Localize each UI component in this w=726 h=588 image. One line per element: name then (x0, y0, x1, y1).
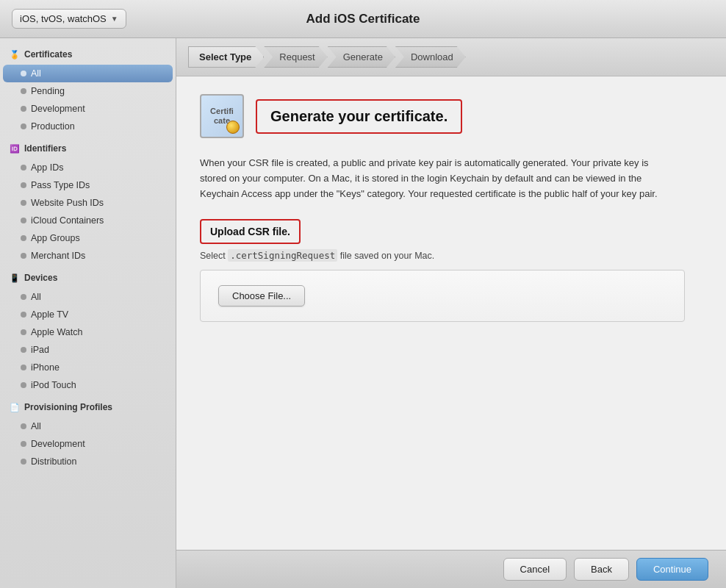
sidebar-item-all-certificates[interactable]: All (3, 65, 173, 82)
sidebar-dot (21, 106, 26, 112)
sidebar-item-production[interactable]: Production (0, 118, 176, 135)
sidebar-dot (21, 165, 26, 171)
sidebar-item-icloud-containers-label: iCloud Containers (31, 215, 104, 226)
sidebar-item-merchant-ids-label: Merchant IDs (31, 251, 85, 261)
main-area: 🏅 Certificates All Pending Development P… (0, 38, 726, 588)
sidebar-section-provisioning: 📄 Provisioning Profiles All Development … (0, 397, 176, 470)
platform-selector[interactable]: iOS, tvOS, watchOS ▼ (12, 9, 126, 29)
sidebar-item-all-devices[interactable]: All (0, 288, 176, 306)
upload-label-box: Upload CSR file. (200, 219, 301, 244)
sidebar-dot (21, 253, 26, 259)
sidebar-item-apple-watch-label: Apple Watch (31, 327, 82, 337)
continue-button[interactable]: Continue (636, 558, 708, 581)
cert-header: Certificate Generate your certificate. (200, 94, 702, 138)
sidebar-section-provisioning-label: Provisioning Profiles (24, 402, 112, 412)
sidebar-item-apple-tv[interactable]: Apple TV (0, 306, 176, 323)
cert-icon: Certificate (200, 94, 244, 138)
step-select-type[interactable]: Select Type (188, 46, 264, 68)
sidebar-dot (21, 365, 26, 370)
sidebar-section-provisioning-header: 📄 Provisioning Profiles (0, 397, 176, 417)
upload-section: Upload CSR file. Select .certSigningRequ… (200, 219, 702, 322)
cert-heading: Generate your certificate. (270, 108, 448, 124)
sidebar-dot (21, 312, 26, 318)
platform-label: iOS, tvOS, watchOS (20, 13, 107, 24)
sidebar-item-app-groups-label: App Groups (31, 233, 80, 243)
upload-subtitle: Select .certSigningRequest file saved on… (200, 250, 702, 261)
sidebar-item-ipad[interactable]: iPad (0, 341, 176, 359)
sidebar-section-certificates-header: 🏅 Certificates (0, 44, 176, 65)
sidebar-item-pass-type-ids[interactable]: Pass Type IDs (0, 176, 176, 194)
sidebar-section-devices-header: 📱 Devices (0, 268, 176, 288)
content-scroll: Certificate Generate your certificate. W… (176, 76, 726, 550)
page-title: Add iOS Certificate (306, 12, 420, 26)
sidebar-item-development[interactable]: Development (0, 100, 176, 118)
sidebar-item-pending-label: Pending (31, 86, 65, 96)
sidebar-item-website-push-ids[interactable]: Website Push IDs (0, 194, 176, 212)
devices-icon: 📱 (9, 272, 21, 284)
sidebar-dot (21, 441, 26, 447)
sidebar-item-all-devices-label: All (31, 292, 41, 302)
cert-medal-icon (226, 121, 240, 134)
sidebar: 🏅 Certificates All Pending Development P… (0, 38, 176, 588)
sidebar-item-dev-profiles-label: Development (31, 439, 85, 449)
sidebar-item-merchant-ids[interactable]: Merchant IDs (0, 247, 176, 265)
step-generate-label: Generate (343, 51, 383, 62)
sidebar-item-ipod-touch-label: iPod Touch (31, 380, 76, 390)
sidebar-item-all-certificates-label: All (31, 68, 41, 79)
sidebar-item-app-ids[interactable]: App IDs (0, 159, 176, 176)
step-request[interactable]: Request (264, 46, 327, 68)
sidebar-section-certificates-label: Certificates (24, 49, 72, 60)
steps-bar: Select Type Request Generate Download (176, 38, 726, 76)
sidebar-item-all-profiles[interactable]: All (0, 417, 176, 435)
sidebar-dot (21, 182, 26, 188)
sidebar-section-devices-label: Devices (24, 273, 57, 283)
sidebar-item-icloud-containers[interactable]: iCloud Containers (0, 212, 176, 229)
cancel-button[interactable]: Cancel (503, 558, 567, 581)
sidebar-item-all-profiles-label: All (31, 421, 41, 431)
sidebar-item-iphone[interactable]: iPhone (0, 359, 176, 376)
sidebar-item-apple-watch[interactable]: Apple Watch (0, 323, 176, 341)
sidebar-item-ipad-label: iPad (31, 345, 49, 355)
sidebar-dot (21, 235, 26, 241)
dropdown-arrow-icon: ▼ (111, 15, 118, 23)
sidebar-item-pass-type-ids-label: Pass Type IDs (31, 180, 90, 190)
sidebar-dot (21, 200, 26, 206)
sidebar-dot (21, 218, 26, 223)
sidebar-item-website-push-ids-label: Website Push IDs (31, 198, 104, 208)
sidebar-item-ipod-touch[interactable]: iPod Touch (0, 376, 176, 394)
sidebar-dot (21, 329, 26, 335)
back-button[interactable]: Back (574, 558, 629, 581)
certificates-icon: 🏅 (9, 49, 21, 60)
choose-file-button[interactable]: Choose File... (218, 285, 305, 306)
sidebar-section-identifiers-header: 🆔 Identifiers (0, 138, 176, 159)
step-download-label: Download (411, 51, 453, 62)
sidebar-item-iphone-label: iPhone (31, 362, 60, 373)
sidebar-dot (21, 423, 26, 429)
sidebar-section-devices: 📱 Devices All Apple TV Apple Watch iPad (0, 268, 176, 394)
upload-label: Upload CSR file. (210, 226, 290, 237)
sidebar-item-pending[interactable]: Pending (0, 82, 176, 100)
sidebar-section-certificates: 🏅 Certificates All Pending Development P… (0, 44, 176, 135)
step-download[interactable]: Download (395, 46, 466, 68)
sidebar-dot (21, 459, 26, 465)
identifiers-icon: 🆔 (9, 143, 21, 154)
step-request-label: Request (279, 51, 315, 62)
sidebar-section-identifiers: 🆔 Identifiers App IDs Pass Type IDs Webs… (0, 138, 176, 265)
cert-title-box: Generate your certificate. (256, 99, 462, 134)
provisioning-icon: 📄 (9, 401, 21, 413)
file-chooser-area: Choose File... (200, 270, 685, 322)
content-area: Select Type Request Generate Download Ce… (176, 38, 726, 588)
sidebar-item-production-label: Production (31, 121, 75, 132)
sidebar-dot (21, 88, 26, 94)
sidebar-item-dist-profiles[interactable]: Distribution (0, 453, 176, 470)
step-select-type-label: Select Type (199, 51, 251, 62)
sidebar-item-app-groups[interactable]: App Groups (0, 229, 176, 247)
sidebar-section-identifiers-label: Identifiers (24, 143, 66, 154)
sidebar-item-app-ids-label: App IDs (31, 162, 63, 173)
step-generate[interactable]: Generate (328, 46, 395, 68)
sidebar-dot (21, 347, 26, 353)
sidebar-item-apple-tv-label: Apple TV (31, 309, 68, 320)
sidebar-item-dev-profiles[interactable]: Development (0, 435, 176, 453)
top-bar: iOS, tvOS, watchOS ▼ Add iOS Certificate (0, 0, 726, 38)
description-text: When your CSR file is created, a public … (200, 156, 670, 201)
